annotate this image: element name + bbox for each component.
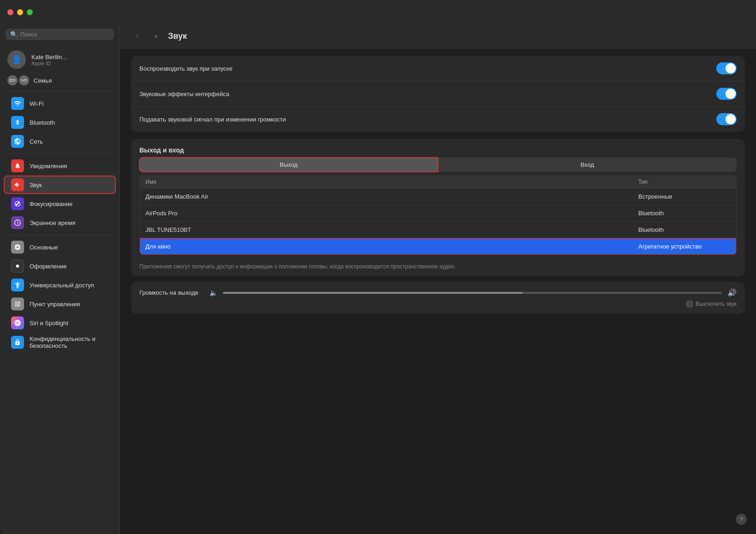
help-button[interactable]: ? [736,514,747,525]
sidebar-item-accessibility[interactable]: Универсальный доступ [4,276,116,294]
sidebar-item-label: Звук [30,182,42,188]
sidebar-item-bluetooth[interactable]: Bluetooth [4,113,116,132]
general-icon [11,241,24,254]
output-input-card: Выход и вход Выход Вход Имя Тип Динамики… [131,139,745,276]
sidebar-items: 👤 Kate Berllin... Apple ID ЕП АП Семья [0,45,120,534]
device-name: JBL TUNE510BT [145,226,638,233]
sidebar-item-focus[interactable]: Фокусирование [4,194,116,213]
sidebar-item-privacy[interactable]: Конфиденциальность и безопасность [4,333,116,352]
ui-sounds-toggle[interactable] [716,88,737,100]
device-type: Bluetooth [638,210,731,217]
device-row-airpods[interactable]: AirPods Pro Bluetooth [140,205,736,222]
svg-point-0 [16,265,19,268]
mute-row: Выключить звук [139,301,737,307]
device-name: AirPods Pro [145,210,638,217]
mute-label: Выключить звук [696,301,737,307]
sidebar-item-wifi[interactable]: Wi-Fi [4,94,116,113]
setting-row-startup: Воспроизводить звук при запуске [131,56,745,81]
volume-feedback-toggle[interactable] [716,113,737,125]
sound-icon [11,178,24,191]
setting-row-ui-sounds: Звуковые эффекты интерфейса [131,81,745,107]
setting-row-volume-feedback: Подавать звуковой сигнал при изменении г… [131,107,745,132]
apple-id-label: Apple ID [31,61,67,66]
sidebar-item-label: Конфиденциальность и безопасность [30,335,108,349]
close-button[interactable] [7,9,13,15]
sidebar-item-siri[interactable]: Siri и Spotlight [4,314,116,332]
network-icon [11,135,24,148]
sidebar-item-screentime[interactable]: Экранное время [4,213,116,232]
sidebar-item-label: Сеть [30,138,43,145]
content-area: Воспроизводить звук при запуске Звуковые… [120,49,756,534]
sidebar-item-family[interactable]: ЕП АП Семья [0,73,120,88]
maximize-button[interactable] [27,9,33,15]
output-input-title: Выход и вход [131,139,745,158]
forward-button[interactable]: › [150,30,162,42]
sidebar-item-label: Основные [30,244,58,251]
device-name: Динамики MacBook Air [145,193,638,200]
page-title: Звук [168,31,187,41]
main-header: ‹ › Звук [120,24,756,49]
mute-button[interactable]: Выключить звук [686,301,737,307]
sidebar-divider-3 [7,235,112,235]
spatial-audio-info: Приложения смогут получать доступ к инфо… [131,259,745,276]
search-box[interactable]: 🔍 Поиск [6,29,114,40]
sidebar-item-apple-id[interactable]: 👤 Kate Berllin... Apple ID [0,47,120,73]
main-content: ‹ › Звук Воспроизводить звук при запуске… [120,0,756,534]
startup-label: Воспроизводить звук при запуске [139,65,233,72]
sidebar-item-label: Фокусирование [30,200,72,207]
notifications-icon [11,159,24,172]
col-name-header: Имя [145,179,638,185]
sidebar-item-label: Оформление [30,263,67,270]
sidebar-item-control[interactable]: Пункт управления [4,295,116,313]
sidebar: 🔍 Поиск 👤 Kate Berllin... Apple ID ЕП АП… [0,0,120,534]
volume-row: Громкость на выходе 🔈 🔊 [139,288,737,297]
search-container: 🔍 Поиск [0,24,120,45]
device-name: Для кино [145,243,638,250]
volume-low-icon: 🔈 [210,289,217,297]
wifi-icon [11,97,24,110]
output-tab[interactable]: Выход [139,158,438,172]
volume-feedback-label: Подавать звуковой сигнал при изменении г… [139,116,286,123]
startup-toggle[interactable] [716,62,737,74]
volume-slider[interactable] [223,292,722,294]
volume-card: Громкость на выходе 🔈 🔊 Выключить звук [131,282,745,314]
input-tab[interactable]: Вход [438,158,737,172]
device-row-jbl[interactable]: JBL TUNE510BT Bluetooth [140,222,736,238]
ui-sounds-label: Звуковые эффекты интерфейса [139,91,229,97]
volume-high-icon: 🔊 [727,288,737,297]
sidebar-item-network[interactable]: Сеть [4,132,116,151]
search-input-placeholder[interactable]: Поиск [20,31,37,38]
appearance-icon [11,260,24,273]
mute-checkbox[interactable] [686,301,693,307]
output-input-tabs: Выход Вход [131,158,745,176]
sidebar-item-label: Уведомления [30,163,67,170]
col-type-header: Тип [638,179,731,185]
back-button[interactable]: ‹ [131,30,144,42]
bluetooth-icon [11,116,24,129]
volume-slider-fill [223,292,522,294]
family-label: Семья [34,77,52,84]
family-avatar-2: АП [19,75,29,85]
device-type: Bluetooth [638,226,731,233]
device-type: Встроенные [638,193,731,200]
sidebar-item-appearance[interactable]: Оформление [4,257,116,275]
screentime-icon [11,216,24,229]
siri-icon [11,316,24,329]
sidebar-item-label: Пункт управления [30,301,80,308]
volume-label: Громкость на выходе [139,289,204,296]
accessibility-icon [11,279,24,291]
sidebar-item-general[interactable]: Основные [4,238,116,256]
table-header: Имя Тип [140,176,736,188]
user-name: Kate Berllin... [31,54,67,61]
sidebar-item-notifications[interactable]: Уведомления [4,157,116,175]
device-type: Агрегатное устройство [638,243,731,250]
sidebar-item-sound[interactable]: Звук [4,176,116,194]
sidebar-item-label: Siri и Spotlight [30,320,68,327]
device-row-cinema[interactable]: Для кино Агрегатное устройство [140,238,736,255]
sidebar-divider-2 [7,153,112,154]
control-icon [11,297,24,310]
devices-table: Имя Тип Динамики MacBook Air Встроенные … [139,176,737,255]
device-row-macbook[interactable]: Динамики MacBook Air Встроенные [140,188,736,205]
minimize-button[interactable] [17,9,23,15]
focus-icon [11,197,24,210]
